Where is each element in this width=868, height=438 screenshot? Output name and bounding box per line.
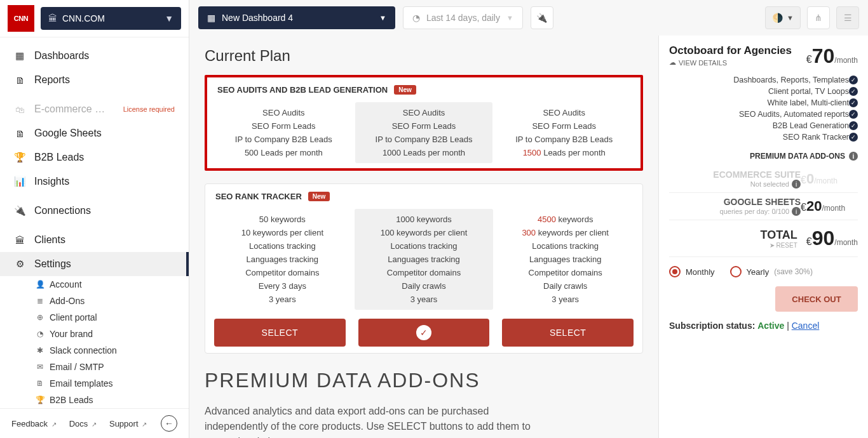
sub-label: Account: [50, 279, 82, 289]
nav-label: Settings: [34, 258, 71, 270]
addon-name: ECOMMERCE SUITE: [669, 169, 801, 180]
product-name: Octoboard for Agencies: [669, 44, 792, 57]
sub-label: Add-Ons: [50, 296, 85, 306]
sidebar-item-google-sheets[interactable]: 🗎Google Sheets: [0, 121, 189, 145]
section-title: SEO RANK TRACKER: [215, 192, 302, 201]
nav-label: B2B Leads: [34, 152, 84, 163]
addon-row: GOOGLE SHEETSqueries per day: 0/100 i€20…: [669, 193, 858, 220]
tier-line: IP to Company B2B Leads: [220, 133, 348, 146]
dashboard-dropdown[interactable]: ▦New Dashboard 4 ▼: [198, 6, 395, 29]
total-price: €90/month: [806, 227, 858, 250]
addons-title: PREMIUM DATA ADD-ONS: [750, 152, 845, 161]
menu-button[interactable]: ☰: [836, 6, 859, 29]
tier-3[interactable]: 4500 keywords300 keywords per clientLoca…: [496, 209, 635, 310]
tier-2[interactable]: SEO AuditsSEO Form LeadsIP to Company B2…: [355, 102, 493, 163]
external-icon: ↗: [51, 421, 57, 428]
sidebar-nav: ▦Dashboards🗎Reports🛍E-commerce …License …: [0, 37, 189, 408]
settings-sub-slack-connection[interactable]: ✱Slack connection: [36, 342, 189, 359]
sub-icon: 🏆: [36, 395, 44, 404]
tier-line: IP to Company B2B Leads: [360, 133, 488, 146]
sidebar-item-settings[interactable]: ⚙Settings: [0, 252, 189, 276]
tier-line: Daily crawls: [360, 279, 489, 293]
feature-item: Dashboards, Reports, Templates✓: [669, 74, 858, 86]
period-yearly[interactable]: Yearly (save 30%): [730, 266, 813, 277]
new-badge: New: [394, 85, 416, 95]
period-monthly[interactable]: Monthly: [669, 266, 715, 277]
nav-icon: 🗎: [14, 75, 25, 86]
sub-label: Email / SMTP: [50, 362, 104, 372]
support-link[interactable]: Support ↗: [109, 419, 147, 428]
sub-label: Client portal: [50, 312, 97, 322]
tier-line: Languages tracking: [218, 253, 347, 266]
section-title: SEO AUDITS AND B2B LEAD GENERATION: [217, 85, 388, 95]
select-button-3[interactable]: SELECT: [502, 319, 634, 347]
select-button-2-selected[interactable]: ✓: [358, 319, 490, 347]
settings-sub-account[interactable]: 👤Account: [36, 276, 189, 293]
radio-checked-icon: [669, 266, 681, 277]
sub-label: Your brand: [50, 329, 93, 339]
tier-3[interactable]: SEO AuditsSEO Form LeadsIP to Company B2…: [495, 102, 633, 163]
info-icon[interactable]: i: [849, 152, 858, 161]
sidebar-item-clients[interactable]: 🏛Clients: [0, 228, 189, 252]
tier-line: SEO Audits: [360, 106, 488, 119]
sidebar-item-b-b-leads[interactable]: 🏆B2B Leads: [0, 145, 189, 169]
tier-line: Every 3 days: [218, 279, 347, 293]
tier-1[interactable]: 50 keywords10 keywords per clientLocatio…: [213, 209, 352, 310]
select-button-1[interactable]: SELECT: [214, 319, 346, 347]
sidebar-item-reports[interactable]: 🗎Reports: [0, 68, 189, 92]
nav-label: Connections: [34, 205, 91, 216]
check-icon: ✓: [849, 98, 858, 107]
sidebar-item-e-commerce-[interactable]: 🛍E-commerce …License required: [0, 97, 189, 121]
client-dropdown[interactable]: 🏛 CNN.COM ▼: [41, 7, 181, 30]
settings-sub-add-ons[interactable]: ≣Add-Ons: [36, 293, 189, 309]
tier-line: 1000 Leads per month: [360, 146, 488, 159]
tier-line: Competitor domains: [501, 266, 630, 279]
subscription-status: Subscription status: Active | Cancel: [669, 312, 858, 331]
addons-description: Advanced analytics and data export add-o…: [205, 404, 548, 438]
sidebar-item-dashboards[interactable]: ▦Dashboards: [0, 44, 189, 68]
reset-link[interactable]: ➤ RESET: [669, 242, 797, 249]
tier-line: Locations tracking: [501, 239, 630, 253]
sub-label: Slack connection: [50, 345, 117, 355]
docs-link[interactable]: Docs ↗: [69, 419, 97, 428]
plug-button[interactable]: 🔌: [531, 6, 553, 29]
hamburger-icon: ☰: [844, 13, 852, 23]
feedback-link[interactable]: Feedback ↗: [11, 419, 57, 428]
theme-dropdown[interactable]: 🌗▼: [765, 6, 801, 29]
external-icon: ↗: [92, 421, 97, 428]
checkout-button[interactable]: CHECK OUT: [775, 286, 858, 312]
info-icon[interactable]: i: [792, 180, 801, 189]
tier-2[interactable]: 1000 keywords100 keywords per clientLoca…: [355, 209, 494, 310]
settings-sub-b-b-leads[interactable]: 🏆B2B Leads: [36, 392, 189, 408]
tier-line: 50 keywords: [218, 213, 347, 226]
sidebar-item-insights[interactable]: 📊Insights: [0, 169, 189, 194]
check-icon: ✓: [849, 110, 858, 119]
sub-icon: ✉: [36, 362, 44, 371]
nav-icon: 🗎: [14, 128, 25, 139]
tier-line: IP to Company B2B Leads: [500, 133, 628, 146]
settings-sub-your-brand[interactable]: ◔Your brand: [36, 326, 189, 342]
tier-line: 300 keywords per client: [501, 226, 630, 239]
info-icon[interactable]: i: [792, 207, 801, 216]
nav-label: Google Sheets: [34, 128, 102, 139]
tier-1[interactable]: SEO AuditsSEO Form LeadsIP to Company B2…: [215, 102, 353, 163]
view-details-link[interactable]: ☁VIEW DETAILS: [669, 58, 792, 67]
sub-icon: ≣: [36, 296, 44, 305]
tier-line: Competitor domains: [360, 266, 489, 279]
settings-sub-client-portal[interactable]: ⊕Client portal: [36, 309, 189, 326]
feature-item: SEO Rank Tracker✓: [669, 131, 858, 143]
tier-line: Daily crawls: [501, 279, 630, 293]
check-icon: ✓: [416, 325, 431, 340]
date-range-dropdown[interactable]: ◔ Last 14 days, daily ▼: [403, 6, 523, 29]
tier-line: 1000 keywords: [360, 213, 489, 226]
sub-label: Email templates: [50, 378, 113, 388]
share-button[interactable]: ⋔: [807, 6, 830, 29]
cancel-link[interactable]: Cancel: [792, 321, 820, 331]
back-button[interactable]: ←: [161, 415, 177, 432]
settings-sub-email-templates[interactable]: 🗎Email templates: [36, 375, 189, 392]
tier-line: SEO Audits: [500, 106, 628, 119]
plug-icon: 🔌: [536, 13, 547, 23]
sidebar-item-connections[interactable]: 🔌Connections: [0, 199, 189, 223]
nav-label: Clients: [34, 234, 65, 246]
settings-sub-email-smtp[interactable]: ✉Email / SMTP: [36, 359, 189, 375]
